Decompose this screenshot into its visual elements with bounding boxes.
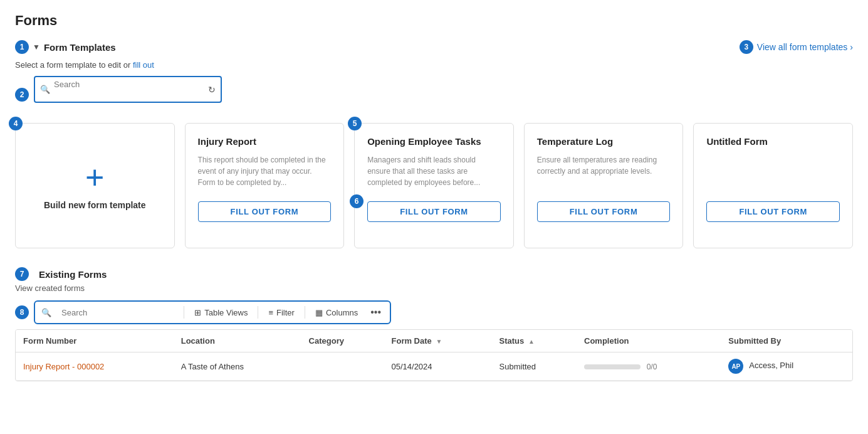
filter-button[interactable]: ≡ Filter <box>264 307 298 319</box>
table-views-icon: ⊞ <box>194 308 201 317</box>
toolbar-divider-3 <box>305 306 305 319</box>
form-templates-header: 1 ▼ Form Templates 3 View all form templ… <box>15 40 853 54</box>
filter-label: Filter <box>276 308 295 317</box>
table-search-icon: 🔍 <box>41 308 51 317</box>
form-templates-subtitle: Select a form template to edit or fill o… <box>15 60 853 70</box>
sort-up-icon: ▲ <box>528 338 535 345</box>
data-table-wrapper: Form Number Location Category Form Date … <box>15 329 853 381</box>
view-created-forms-link[interactable]: View created forms <box>15 283 853 293</box>
col-category: Category <box>301 330 384 352</box>
injury-report-card: Injury Report This report should be comp… <box>185 123 345 248</box>
col-status[interactable]: Status ▲ <box>492 330 577 352</box>
badge-7: 7 <box>15 267 29 281</box>
existing-forms-section: 7 Existing Forms View created forms 8 🔍 … <box>15 267 853 381</box>
table-toolbar: 🔍 ⊞ Table Views ≡ Filter ▦ Columns ••• <box>34 300 391 324</box>
cell-form-number: Injury Report - 000002 <box>16 352 174 381</box>
plus-icon: + <box>85 161 104 194</box>
untitled-form-desc <box>706 154 840 189</box>
existing-forms-table: Form Number Location Category Form Date … <box>16 330 852 381</box>
columns-icon: ▦ <box>315 308 323 317</box>
chevron-right-icon: › <box>850 42 853 52</box>
badge-2: 2 <box>15 88 29 102</box>
badge-3: 3 <box>740 40 753 54</box>
columns-label: Columns <box>326 308 358 317</box>
badge-6: 6 <box>350 194 363 208</box>
injury-report-title: Injury Report <box>198 136 332 147</box>
temperature-log-card: Temperature Log Ensure all temperatures … <box>524 123 684 248</box>
untitled-form-card: Untitled Form FILL OUT FORM <box>693 123 853 248</box>
page-container: Forms 1 ▼ Form Templates 3 View all form… <box>0 0 868 394</box>
cell-category <box>301 352 384 381</box>
cell-form-date: 05/14/2024 <box>384 352 492 381</box>
badge-4: 4 <box>9 117 23 130</box>
col-completion: Completion <box>577 330 721 352</box>
temperature-log-desc: Ensure all temperatures are reading corr… <box>537 154 671 189</box>
col-location: Location <box>174 330 301 352</box>
temperature-log-title: Temperature Log <box>537 136 671 147</box>
toolbar-divider-2 <box>258 306 258 319</box>
form-number-link[interactable]: Injury Report - 000002 <box>23 362 104 371</box>
template-search-box: 🔍 ↻ <box>34 76 222 103</box>
form-templates-title: Form Templates <box>44 42 116 53</box>
avatar: AP <box>728 359 743 374</box>
columns-button[interactable]: ▦ Columns <box>311 307 362 319</box>
untitled-form-title: Untitled Form <box>706 136 840 147</box>
badge-5: 5 <box>348 117 362 130</box>
filter-icon: ≡ <box>268 308 273 317</box>
table-row: Injury Report - 000002 A Taste of Athens… <box>16 352 852 381</box>
injury-report-fill-button[interactable]: FILL OUT FORM <box>198 201 332 222</box>
submitted-by-name: Access, Phil <box>749 361 793 370</box>
untitled-form-fill-button[interactable]: FILL OUT FORM <box>706 201 840 222</box>
build-new-label: Build new form template <box>44 200 146 210</box>
search-icon: 🔍 <box>40 85 50 94</box>
col-form-number: Form Number <box>16 330 174 352</box>
col-submitted-by: Submitted By <box>721 330 852 352</box>
view-all-section: 3 View all form templates › <box>740 40 853 54</box>
opening-tasks-desc: Managers and shift leads should ensure t… <box>367 154 501 189</box>
sort-down-icon: ▼ <box>436 338 442 345</box>
cell-submitted-by: AP Access, Phil <box>721 352 852 381</box>
fill-out-link[interactable]: fill out <box>133 60 154 70</box>
table-header-row: Form Number Location Category Form Date … <box>16 330 852 352</box>
refresh-button[interactable]: ↻ <box>208 85 216 95</box>
cell-status: Submitted <box>492 352 577 381</box>
build-new-card[interactable]: 4 + Build new form template <box>15 123 175 248</box>
opening-employee-tasks-card: 5 Opening Employee Tasks Managers and sh… <box>354 123 514 248</box>
template-search-input[interactable] <box>54 80 204 89</box>
injury-report-desc: This report should be completed in the e… <box>198 154 332 189</box>
status-badge: Submitted <box>499 362 536 371</box>
cell-completion: 0/0 <box>577 352 721 381</box>
completion-text: 0/0 <box>647 363 657 371</box>
chevron-down-icon: ▼ <box>33 43 40 51</box>
badge-8: 8 <box>15 305 29 319</box>
badge-1: 1 <box>15 40 29 54</box>
view-all-link[interactable]: View all form templates › <box>757 42 853 52</box>
opening-tasks-fill-button[interactable]: FILL OUT FORM <box>367 201 501 222</box>
temperature-log-fill-button[interactable]: FILL OUT FORM <box>537 201 671 222</box>
form-templates-header-left: 1 ▼ Form Templates <box>15 40 116 54</box>
existing-forms-header: 7 Existing Forms <box>15 267 853 281</box>
more-options-button[interactable]: ••• <box>368 305 384 319</box>
progress-bar <box>584 364 641 369</box>
opening-tasks-title: Opening Employee Tasks <box>367 136 501 147</box>
col-form-date[interactable]: Form Date ▼ <box>384 330 492 352</box>
cell-location: A Taste of Athens <box>174 352 301 381</box>
existing-forms-search-input[interactable] <box>61 308 177 317</box>
table-views-label: Table Views <box>204 308 248 317</box>
table-views-button[interactable]: ⊞ Table Views <box>191 307 251 319</box>
template-cards-row: 4 + Build new form template Injury Repor… <box>15 123 853 248</box>
toolbar-divider-1 <box>184 306 184 319</box>
existing-forms-title: Existing Forms <box>39 269 107 280</box>
page-title: Forms <box>15 13 853 29</box>
